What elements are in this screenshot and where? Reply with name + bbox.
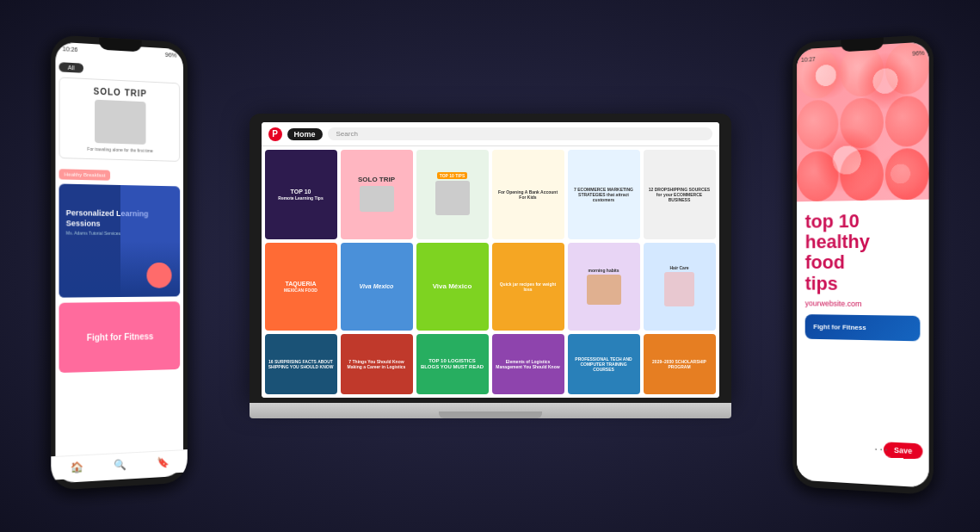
phone-left: 10:26 96% All SOLO TRIP For traveling al…	[51, 34, 187, 491]
search-bar[interactable]: Search	[328, 127, 712, 140]
laptop-base	[250, 403, 731, 418]
home-button[interactable]: Home	[287, 128, 323, 140]
right-battery: 96%	[912, 50, 924, 57]
pin-card[interactable]: morning habits	[568, 243, 640, 331]
pin-card[interactable]: TAQUERIA MEXICAN FOOD	[265, 243, 337, 331]
solo-trip-title: SOLO TRIP	[67, 85, 173, 100]
fight-fitness-label: Fight for Fitness	[87, 331, 154, 343]
avatar	[146, 263, 171, 288]
pin-card[interactable]: TOP 10 LOGISTICS BLOGS YOU MUST READ	[416, 334, 489, 394]
pin-card[interactable]: 16 SURPRISING FACTS ABOUT SHIPPING YOU S…	[265, 334, 337, 394]
phone-right: 10:27 96%	[792, 34, 933, 495]
pin-card[interactable]: TOP 10 TIPS	[416, 150, 489, 239]
pin-card[interactable]: For Opening A Bank Account For Kids	[492, 150, 564, 239]
top10-line2: healthy	[805, 232, 921, 253]
laptop-bezel: P Home Search TOP 10 Remote Learning Tip…	[250, 114, 731, 403]
pin-card[interactable]: 2029–2030 SCHOLARSHIP PROGRAM	[644, 334, 716, 394]
fight-fitness-left-card: Fight for Fitness	[59, 301, 181, 373]
fight-fitness-right-card: Fight for Fitness	[805, 314, 921, 341]
pin-card[interactable]: Elements of Logistics Management You Sho…	[492, 334, 564, 394]
pin-card[interactable]: Viva Mexico	[341, 243, 413, 331]
pin-card[interactable]: 7 ECOMMERCE MARKETING STRATEGIES that at…	[568, 150, 640, 239]
top10-line4: tips	[805, 273, 921, 294]
laptop: P Home Search TOP 10 Remote Learning Tip…	[250, 114, 731, 418]
pin-card[interactable]: Quick jar recipes for weight loss	[492, 243, 564, 331]
left-time: 10:26	[63, 46, 78, 53]
more-options[interactable]: ···	[874, 442, 890, 456]
pin-card[interactable]: TOP 10 Remote Learning Tips	[265, 150, 337, 239]
solo-trip-card: SOLO TRIP For traveling alone for the fi…	[59, 77, 181, 161]
left-battery: 96%	[165, 52, 177, 59]
personalized-card: Personalized Learning Sessions Ms. Adams…	[59, 183, 181, 297]
browser-bar: P Home Search	[262, 122, 719, 146]
solo-trip-subtitle: For traveling alone for the first time	[67, 145, 173, 154]
website-url: yourwebsite.com	[805, 299, 921, 308]
pin-card[interactable]: 12 DROPSHIPPING SOURCES for your ECOMMER…	[644, 150, 716, 239]
pin-card[interactable]: 7 Things You Should Know Making a Career…	[341, 334, 413, 394]
phone-notch	[99, 37, 142, 52]
laptop-screen: P Home Search TOP 10 Remote Learning Tip…	[262, 122, 719, 398]
scene: 10:26 96% All SOLO TRIP For traveling al…	[0, 0, 980, 532]
bookmark-nav-icon[interactable]: 🔖	[156, 455, 170, 471]
pin-card[interactable]: SOLO TRIP	[341, 150, 413, 239]
pin-card[interactable]: PROFESSIONAL TECH AND COMPUTER TRAINING …	[568, 334, 640, 394]
pin-card[interactable]: Viva México	[416, 243, 489, 331]
pinterest-grid: TOP 10 Remote Learning Tips SOLO TRIP TO…	[262, 146, 719, 398]
right-time: 10:27	[801, 56, 816, 63]
top10-line3: food	[805, 252, 921, 274]
top10-line1: top 10	[805, 210, 921, 232]
healthy-breakfast-badge: Healthy Breakfast	[59, 169, 111, 181]
all-button[interactable]: All	[59, 62, 83, 73]
citrus-section	[797, 41, 929, 201]
right-bottom-content: top 10 healthy food tips yourwebsite.com…	[797, 200, 929, 488]
search-nav-icon[interactable]: 🔍	[113, 457, 128, 473]
pinterest-logo: P	[268, 127, 282, 141]
pin-card[interactable]: Hair Care	[644, 243, 716, 331]
fight-fitness-right-label: Fight for Fitness	[813, 323, 866, 331]
home-nav-icon[interactable]: 🏠	[69, 459, 84, 475]
solo-trip-image	[95, 100, 145, 145]
